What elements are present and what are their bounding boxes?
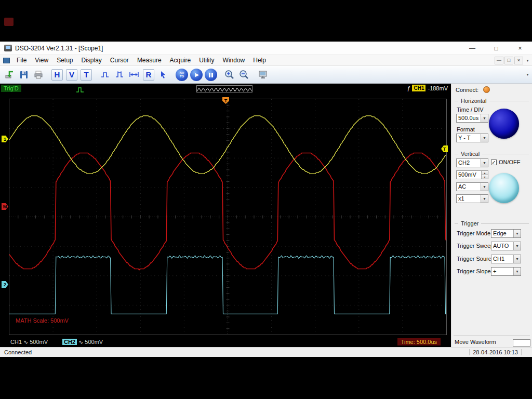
horizontal-cursor-button[interactable]: H (50, 68, 64, 82)
chevron-down-icon: ▾ (513, 230, 521, 237)
overflow-chevron-icon[interactable]: ▾ (524, 58, 531, 63)
mdi-close-button[interactable]: × (514, 57, 523, 64)
trigger-status-strip: Trig'D ƒ CH1 -188mV (0, 84, 451, 94)
volt-scale-stepper[interactable]: 500mV ▴ ▾ (456, 170, 488, 179)
zoom-in-icon (224, 70, 235, 80)
toolbar-overflow-chevron-icon[interactable]: ▾ (524, 72, 531, 77)
onoff-label: ON/OFF (499, 159, 521, 165)
menu-cursor[interactable]: Cursor (106, 55, 133, 65)
stepper-down-icon: ▾ (482, 175, 488, 179)
menu-bar: File View Setup Display Cursor Measure A… (0, 55, 532, 66)
mdi-restore-button[interactable]: □ (504, 57, 513, 64)
trigger-channel-badge: CH1 (412, 85, 425, 91)
ch1-label: CH1 (10, 339, 22, 345)
print-button[interactable] (31, 68, 46, 82)
minimize-button[interactable]: — (460, 42, 484, 55)
math-scale-label: MATH Scale: 500mV (16, 317, 69, 324)
chevron-down-icon: ▾ (481, 134, 488, 142)
channel-onoff[interactable]: ✓ ON/OFF (491, 159, 521, 165)
menu-setup[interactable]: Setup (52, 55, 77, 65)
trigger-sweep-select[interactable]: AUTO ▾ (491, 242, 521, 250)
menu-help[interactable]: Help (249, 55, 270, 65)
datetime-display: 28-04-2016 10:13 (473, 349, 518, 355)
connection-status: Connected (0, 349, 32, 355)
zoom-out-icon (238, 70, 250, 80)
menu-display[interactable]: Display (77, 55, 106, 65)
fit-width-button[interactable] (127, 68, 141, 82)
horizontal-knob[interactable] (489, 109, 519, 139)
status-bar: Connected 28-04-2016 10:13 (0, 347, 532, 357)
save-button[interactable] (17, 68, 31, 82)
menu-measure[interactable]: Measure (133, 55, 166, 65)
vertical-cursor-button[interactable]: V (64, 68, 79, 82)
trace-cursor-button[interactable]: T (79, 68, 94, 82)
pointer-button[interactable] (156, 68, 170, 82)
connect-label: Connect: (456, 87, 478, 93)
chevron-down-icon: ▾ (513, 255, 521, 263)
zoom-out-button[interactable] (237, 68, 251, 82)
expand-horizontal-icon (129, 71, 139, 78)
resize-grip[interactable] (525, 348, 532, 357)
app-window: DSO-3204 Ver2.1.31 - [Scope1] — □ × File… (0, 42, 532, 357)
move-waveform-input[interactable] (513, 339, 530, 347)
pulse-measure-button-2[interactable] (112, 68, 127, 82)
timebase-badge: Time: 500.0us (397, 338, 441, 345)
waveform-svg (9, 99, 446, 335)
ch1-level-marker[interactable]: 1 (2, 136, 8, 142)
desktop-shortcut-icon[interactable] (4, 18, 14, 26)
trigger-symbol-icon: ƒ (407, 85, 410, 91)
channel-select[interactable]: CH2 ▾ (456, 158, 488, 167)
trigger-mode-label: Trigger Mode (457, 230, 490, 236)
menu-view[interactable]: View (31, 55, 52, 65)
auto-setup-button[interactable]: AUTO (175, 68, 189, 82)
refresh-button[interactable]: R (141, 68, 156, 82)
vertical-knob[interactable] (489, 173, 519, 203)
menu-utility[interactable]: Utility (195, 55, 218, 65)
ch1-scale-value: 500mV (30, 339, 48, 345)
import-button[interactable] (2, 68, 17, 82)
onoff-checkbox[interactable]: ✓ (491, 159, 497, 165)
maximize-button[interactable]: □ (484, 42, 508, 55)
pulse-indicator-icon (76, 86, 84, 95)
record-preview[interactable] (196, 85, 252, 92)
format-select[interactable]: Y - T ▾ (456, 134, 488, 142)
trigger-slope-label: Trigger Slope (457, 268, 491, 274)
trigger-level-value: -188mV (428, 85, 448, 91)
panel-divider (454, 335, 530, 336)
ch2-level-marker[interactable]: 2 (2, 281, 8, 288)
close-button[interactable]: × (508, 42, 532, 55)
trigger-mode-select[interactable]: Edge ▾ (491, 229, 521, 238)
time-div-label: Time / DIV (457, 107, 484, 113)
auto-icon: AUTO (176, 69, 188, 81)
trigger-source-select[interactable]: CH1 ▾ (491, 255, 521, 263)
menu-window[interactable]: Window (219, 55, 249, 65)
run-button[interactable]: ▶ (189, 68, 204, 82)
menu-file[interactable]: File (12, 55, 31, 65)
trigger-status-badge: Trig'D (1, 85, 21, 92)
pulse-marks-icon (115, 71, 124, 78)
chevron-down-icon: ▾ (513, 268, 521, 275)
menu-acquire[interactable]: Acquire (166, 55, 195, 65)
math-level-marker[interactable]: M (2, 203, 8, 210)
v-icon: V (66, 69, 77, 81)
stepper-arrows[interactable]: ▴ ▾ (481, 171, 488, 179)
zoom-in-button[interactable] (222, 68, 237, 82)
mdi-minimize-button[interactable]: — (495, 57, 503, 64)
trigger-slope-select[interactable]: + ▾ (491, 267, 521, 276)
desktop: DSO-3204 Ver2.1.31 - [Scope1] — □ × File… (0, 0, 532, 399)
display-mode-button[interactable] (256, 68, 270, 82)
ch2-readout: CH2 ∿ 500mV (62, 339, 103, 345)
print-icon (34, 71, 43, 79)
pause-button[interactable] (204, 68, 218, 82)
horizontal-group-title: Horizontal (455, 98, 529, 104)
ac-coupling-icon: ∿ (23, 339, 28, 345)
time-div-select[interactable]: 500.0us ▾ (456, 114, 488, 123)
waveform-display[interactable] (9, 99, 447, 335)
coupling-select[interactable]: AC ▾ (456, 182, 488, 191)
pulse-measure-button-1[interactable] (98, 68, 112, 82)
chevron-down-icon: ▾ (513, 242, 521, 250)
connect-indicator[interactable] (483, 86, 490, 93)
ch2-label-badge: CH2 (62, 339, 77, 345)
probe-select[interactable]: x1 ▾ (456, 194, 488, 203)
cursor-arrow-icon (159, 71, 167, 79)
